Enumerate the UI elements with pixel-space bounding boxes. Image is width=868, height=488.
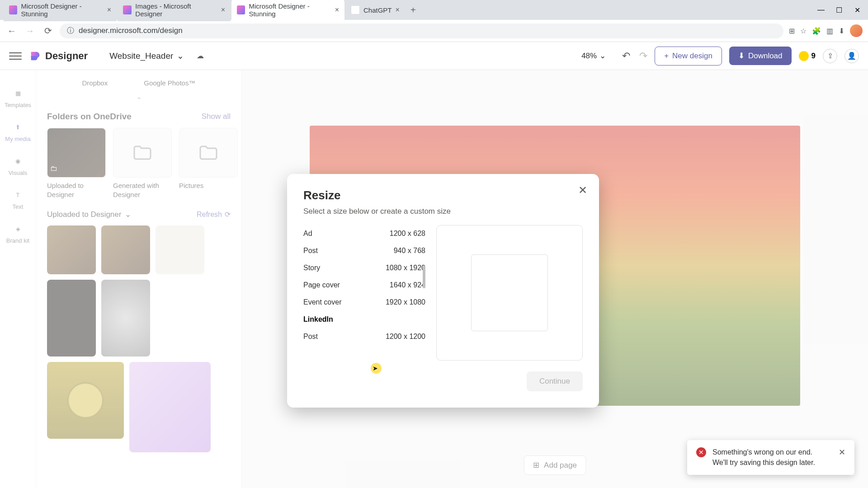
tab-title: ChatGPT [363,6,392,14]
downloads-icon[interactable]: ⬇ [839,27,844,35]
chevron-down-icon: ⌄ [177,51,184,61]
app-logo[interactable]: Designer [29,50,88,62]
chevron-down-icon: ⌄ [599,51,606,61]
zoom-control[interactable]: 48% ⌄ [581,51,606,61]
site-info-icon[interactable]: ⓘ [67,26,74,36]
toast-line1: Something's wrong on our end. [712,447,815,457]
error-icon: ✕ [696,447,706,457]
window-controls: — ☐ ✕ [817,6,868,14]
modal-subtitle: Select a size below or create a custom s… [303,207,583,216]
close-icon[interactable]: × [396,6,400,14]
menu-icon[interactable] [9,50,22,62]
close-icon[interactable]: × [221,6,225,14]
favicon [123,5,132,14]
reload-icon[interactable]: ⟳ [42,24,54,37]
app-header: Designer Website_Header ⌄ ☁ 48% ⌄ ↶ ↷ + … [0,42,868,70]
tab-title: Images - Microsoft Designer [135,2,217,18]
document-title[interactable]: Website_Header ⌄ [109,51,184,61]
toast-line2: We'll try saving this design later. [712,458,815,468]
back-icon[interactable]: ← [5,24,18,37]
bookmark-icon[interactable]: ☆ [800,27,807,35]
size-option[interactable]: Story1080 x 1920 [303,259,425,277]
modal-title: Resize [303,188,583,202]
close-icon[interactable]: × [335,6,339,14]
share-icon[interactable]: ⇪ [823,49,837,63]
size-option[interactable]: Ad1200 x 628 [303,225,425,242]
profile-avatar[interactable] [850,24,863,37]
close-icon[interactable]: × [107,6,111,14]
browser-tab-active[interactable]: Microsoft Designer - Stunning × [231,0,344,21]
maximize-icon[interactable]: ☐ [835,6,843,14]
sync-icon[interactable]: ☁ [197,52,204,60]
download-button[interactable]: ⬇ Download [729,47,792,65]
favicon [9,5,17,14]
redo-icon[interactable]: ↷ [639,50,647,62]
forward-icon[interactable]: → [24,24,36,37]
continue-button[interactable]: Continue [527,371,583,391]
address-bar: ← → ⟳ ⓘ designer.microsoft.com/design ⊞ … [0,20,868,42]
designer-logo-icon [29,50,42,62]
download-icon: ⬇ [738,51,745,61]
url-text: designer.microsoft.com/design [79,26,776,35]
size-option[interactable]: Post940 x 768 [303,242,425,259]
coin-icon [799,51,809,61]
size-option[interactable]: Post1200 x 1200 [303,328,425,345]
preview-placeholder [471,254,548,331]
plus-icon: + [664,52,669,61]
browser-tab[interactable]: Images - Microsoft Designer × [118,0,231,21]
side-panel-icon[interactable]: ▥ [826,27,833,35]
scrollbar[interactable] [423,266,425,288]
size-option[interactable]: Page cover1640 x 924 [303,277,425,294]
minimize-icon[interactable]: — [817,6,825,14]
size-option[interactable]: Event cover1920 x 1080 [303,294,425,311]
tab-bar: Microsoft Designer - Stunning × Images -… [0,0,868,20]
favicon [351,5,360,14]
install-icon[interactable]: ⊞ [789,27,795,35]
browser-tab[interactable]: Microsoft Designer - Stunning × [4,0,117,21]
undo-icon[interactable]: ↶ [622,50,630,62]
size-list: Ad1200 x 628 Post940 x 768 Story1080 x 1… [303,225,425,361]
favicon [237,5,245,14]
coins-badge[interactable]: 9 [799,51,816,61]
resize-modal: ✕ Resize Select a size below or create a… [287,174,599,408]
account-icon[interactable]: 👤 [844,49,859,63]
extensions-icon[interactable]: 🧩 [812,27,821,35]
close-icon[interactable]: ✕ [839,447,845,457]
url-bar[interactable]: ⓘ designer.microsoft.com/design [60,23,783,38]
close-window-icon[interactable]: ✕ [854,6,861,14]
error-toast: ✕ Something's wrong on our end. We'll tr… [687,440,854,475]
close-icon[interactable]: ✕ [578,184,587,197]
browser-chrome: Microsoft Designer - Stunning × Images -… [0,0,868,42]
tab-title: Microsoft Designer - Stunning [21,2,103,18]
cursor-icon: ➤ [373,365,378,372]
browser-tab[interactable]: ChatGPT × [345,2,405,18]
new-tab-button[interactable]: + [406,2,420,18]
app-name: Designer [45,50,88,62]
new-design-button[interactable]: + New design [655,47,722,66]
size-group-label: LinkedIn [303,311,425,328]
preview-area [436,225,583,361]
tab-title: Microsoft Designer - Stunning [249,2,331,18]
main-area: ▦ Templates ⬆ My media ◉ Visuals T Text … [0,70,868,488]
